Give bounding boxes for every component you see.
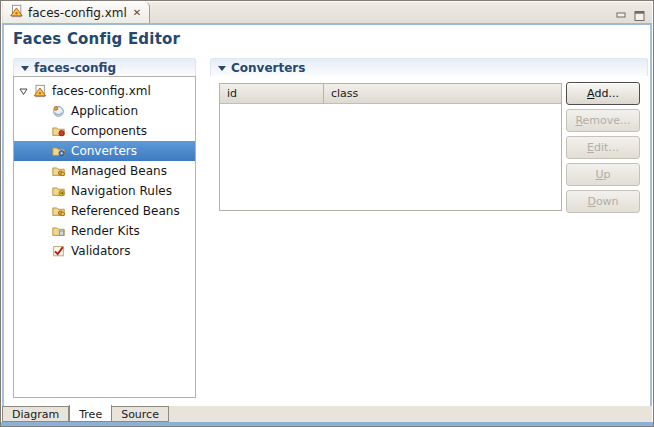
section-collapse-icon (218, 66, 226, 71)
tree-item-label: Referenced Beans (71, 204, 180, 218)
managed-beans-folder-icon (51, 164, 66, 178)
tree-item-label: faces-config.xml (52, 84, 151, 98)
tree-section-header[interactable]: faces-config (13, 58, 196, 76)
converters-table[interactable]: id class (219, 83, 562, 211)
application-icon (51, 104, 66, 118)
up-button[interactable]: Up (566, 163, 640, 186)
tree-item-application[interactable]: Application (14, 101, 195, 121)
tree-item-label: Validators (71, 244, 131, 258)
tree-section-title: faces-config (34, 61, 116, 75)
tree-item-label: Navigation Rules (71, 184, 172, 198)
close-icon[interactable]: ✕ (132, 7, 142, 18)
tree-item-label: Converters (71, 144, 137, 158)
tree-item-validators[interactable]: Validators (14, 241, 195, 261)
tree-item-label: Application (71, 104, 138, 118)
converters-folder-icon (51, 144, 66, 158)
page-title: Faces Config Editor (13, 30, 180, 48)
converters-section-title: Converters (231, 61, 305, 75)
tab-source[interactable]: Source (112, 406, 169, 422)
tree-item-converters[interactable]: Converters (14, 141, 195, 161)
tree-item-navigation-rules[interactable]: Navigation Rules (14, 181, 195, 201)
column-header-id[interactable]: id (220, 84, 324, 103)
add-button[interactable]: Add... (566, 82, 640, 105)
tree-item-referenced-beans[interactable]: Referenced Beans (14, 201, 195, 221)
tree-item-components[interactable]: Components (14, 121, 195, 141)
editor-tab-faces-config[interactable]: faces-config.xml ✕ (3, 2, 150, 23)
expander-icon[interactable] (19, 87, 28, 96)
render-kits-folder-icon (51, 224, 66, 238)
converters-button-column: Add... Remove... Edit... Up Down (566, 82, 640, 217)
tree-item-label: Managed Beans (71, 164, 167, 178)
tree-item-faces-config-xml[interactable]: faces-config.xml (14, 81, 195, 101)
converters-section-header[interactable]: Converters (210, 58, 648, 76)
faces-config-tree: faces-config.xml Application (13, 76, 196, 398)
down-button[interactable]: Down (566, 190, 640, 213)
converters-table-header: id class (220, 84, 561, 104)
bottom-frame-strip (1, 422, 653, 427)
faces-config-editor-window: faces-config.xml ✕ Faces Config Editor f… (0, 0, 654, 427)
editor-tab-strip: faces-config.xml ✕ (2, 2, 652, 23)
validators-icon (51, 244, 66, 258)
column-header-class[interactable]: class (324, 84, 561, 103)
faces-config-file-icon (32, 84, 47, 98)
referenced-beans-folder-icon (51, 204, 66, 218)
tree-item-label: Components (71, 124, 147, 138)
editor-page-tabs: Diagram Tree Source (2, 406, 652, 422)
tab-diagram[interactable]: Diagram (2, 406, 69, 422)
edit-button[interactable]: Edit... (566, 136, 640, 159)
tab-tree[interactable]: Tree (69, 405, 112, 422)
navigation-rules-folder-icon (51, 184, 66, 198)
tree-item-label: Render Kits (71, 224, 140, 238)
tree-item-managed-beans[interactable]: Managed Beans (14, 161, 195, 181)
faces-config-file-icon (9, 3, 23, 22)
tree-item-render-kits[interactable]: Render Kits (14, 221, 195, 241)
editor-body: Faces Config Editor faces-config fac (2, 25, 652, 406)
components-folder-icon (51, 124, 66, 138)
remove-button[interactable]: Remove... (566, 109, 640, 132)
editor-tab-title: faces-config.xml (28, 6, 127, 20)
section-collapse-icon (21, 66, 29, 71)
